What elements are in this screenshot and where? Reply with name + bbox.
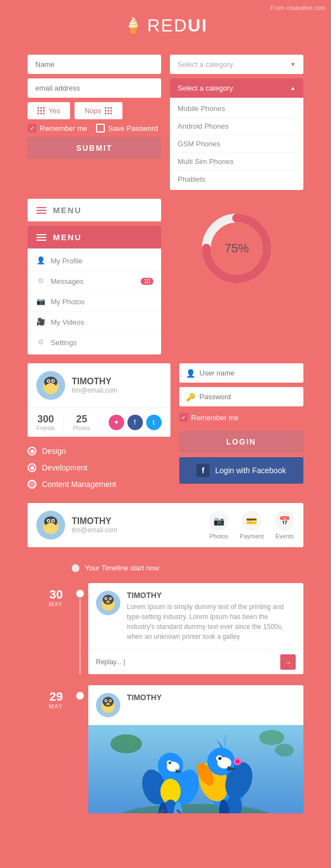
yes-toggle[interactable]: Yes (28, 102, 70, 119)
radio-content[interactable]: Content Management (28, 480, 170, 489)
dropdown-open: Select a category ▲ Mobile Phones Androi… (170, 78, 303, 190)
name-input-wrapper (28, 55, 161, 74)
brand-name: REDUI (147, 15, 208, 36)
timeline-reply-0: → (88, 649, 303, 674)
dropdown-item-0[interactable]: Mobile Phones (170, 100, 303, 118)
checkbox-row: ✓ Remember me Save Password (28, 124, 161, 133)
dropdown-arrow-up-icon: ▲ (290, 85, 296, 91)
username-wrapper: 👤 (179, 363, 304, 383)
svg-point-25 (105, 598, 106, 599)
menu-item-videos[interactable]: 🎥 My Videos (28, 312, 161, 332)
lock-icon: 🔑 (186, 393, 195, 401)
save-password-checkbox[interactable] (96, 124, 105, 133)
banner-email: tim@email.com (72, 526, 202, 534)
banner-photos-action[interactable]: 📷 Photos (209, 511, 229, 539)
menu-bar-open: MENU 👤 My Profile ⚙ Messages 10 📷 My Pho… (28, 226, 161, 354)
timeline-line-0 (72, 583, 88, 674)
banner-name: TIMOTHY (72, 516, 202, 526)
save-password-item[interactable]: Save Password (96, 124, 158, 133)
profile-info: TIMOTHY tim@email.com (72, 377, 118, 394)
timeline-start-text: Your Timeline start now (85, 564, 159, 572)
reply-input-0[interactable] (96, 658, 276, 666)
timeline-card-image-1 (88, 725, 303, 813)
radio-development[interactable]: Development (28, 463, 170, 472)
menu-bar-header[interactable]: MENU (28, 226, 161, 248)
dropdown-closed[interactable]: Select a category ▼ (170, 55, 303, 74)
dropdown-items-list: Mobile Phones Android Phones GSM Phones … (170, 98, 303, 190)
photos-icon: 📷 (36, 297, 45, 306)
profile-icon: 👤 (36, 256, 45, 265)
dropdown-item-3[interactable]: Multi Sim Phones (170, 153, 303, 171)
menu-item-photos[interactable]: 📷 My Photos (28, 292, 161, 312)
menu-item-messages[interactable]: ⚙ Messages 10 (28, 271, 161, 292)
radio-design-circle[interactable] (28, 447, 36, 456)
facebook-button[interactable]: f (127, 415, 143, 430)
radio-content-circle[interactable] (28, 480, 36, 489)
menu-item-profile[interactable]: 👤 My Profile (28, 251, 161, 271)
svg-point-34 (110, 700, 111, 701)
nops-toggle[interactable]: Nops (74, 102, 122, 119)
profile-banner: TIMOTHY tim@email.com 📷 Photos 💳 Payment… (28, 503, 303, 547)
facebook-login-icon: f (196, 464, 210, 477)
attribution-text: From cssauthor.com (270, 4, 325, 11)
menu-closed-label: MENU (53, 205, 82, 215)
dropdown-header[interactable]: Select a category ▲ (170, 78, 303, 98)
social-icons: ✦ f t (109, 415, 162, 430)
photos-stat: 25 Photos (73, 414, 99, 431)
dribbble-button[interactable]: ✦ (109, 415, 124, 430)
email-input-wrapper (28, 78, 161, 98)
login-remember-checkbox[interactable]: ✓ (179, 413, 188, 422)
facebook-login-button[interactable]: f Login with Facebook (179, 457, 304, 484)
password-wrapper: 🔑 (179, 387, 304, 406)
svg-point-60 (236, 760, 239, 764)
login-remember-me[interactable]: ✓ Remember me (179, 411, 304, 424)
timeline-card-0: TIMOTHY Lorem Ipsum is simply dummy text… (88, 583, 303, 674)
svg-point-45 (169, 761, 172, 764)
banner-payment-icon: 💳 (242, 511, 261, 531)
timeline-start: Your Timeline start now (28, 564, 303, 572)
radio-section: Design Development Content Management (28, 441, 170, 494)
timeline-vline-0 (79, 599, 81, 674)
banner-events-icon: 📅 (275, 511, 295, 531)
reply-send-0[interactable]: → (280, 654, 296, 670)
banner-events-action[interactable]: 📅 Events (275, 511, 295, 539)
login-button[interactable]: LOGIN (179, 431, 304, 453)
name-input[interactable] (28, 55, 161, 74)
profile-name: TIMOTHY (72, 377, 118, 387)
username-input[interactable] (200, 363, 297, 383)
radio-development-circle[interactable] (28, 463, 36, 472)
donut-section: 75% (170, 199, 303, 354)
videos-icon: 🎥 (36, 317, 45, 326)
svg-point-26 (110, 598, 111, 599)
profile-stats: 300 Friends 25 Photos ✦ f t (28, 408, 170, 437)
dropdown-item-1[interactable]: Android Phones (170, 118, 303, 135)
timeline-entry-0: 30 MAY (28, 583, 303, 674)
friends-label: Friends (36, 425, 55, 431)
dropdown-item-2[interactable]: GSM Phones (170, 135, 303, 153)
svg-point-64 (259, 730, 285, 745)
toggle-row: Yes Nops (28, 102, 161, 119)
donut-label: 75% (225, 241, 249, 256)
profile-card: TIMOTHY tim@email.com 300 Friends 25 Pho… (28, 363, 170, 437)
remember-me-checkbox[interactable]: ✓ (28, 124, 36, 133)
menu-items-list: 👤 My Profile ⚙ Messages 10 📷 My Photos 🎥 (28, 248, 161, 354)
timeline-card-content-0: TIMOTHY Lorem Ipsum is simply dummy text… (88, 583, 303, 649)
submit-button[interactable]: SUBMIT (28, 137, 161, 159)
email-input[interactable] (28, 78, 161, 98)
menu-item-settings[interactable]: ⚙ Settings (28, 332, 161, 352)
brand-text-bold: UI (188, 15, 207, 35)
menu-bar-closed[interactable]: MENU (28, 199, 161, 221)
profile-header: TIMOTHY tim@email.com (28, 363, 170, 408)
password-input[interactable] (200, 387, 297, 406)
dropdown-item-4[interactable]: Phablets (170, 171, 303, 188)
profile-avatar (36, 371, 65, 400)
twitter-button[interactable]: t (146, 415, 162, 430)
remember-me-item[interactable]: ✓ Remember me (28, 124, 87, 133)
timeline-dot-1 (76, 692, 84, 700)
messages-icon: ⚙ (36, 277, 45, 285)
timeline-section: Your Timeline start now 30 MAY (0, 553, 331, 841)
radio-design[interactable]: Design (28, 447, 170, 456)
dropdown-section: Select a category ▼ Select a category ▲ … (170, 55, 303, 190)
banner-payment-action[interactable]: 💳 Payment (240, 511, 264, 539)
svg-point-63 (110, 734, 142, 753)
